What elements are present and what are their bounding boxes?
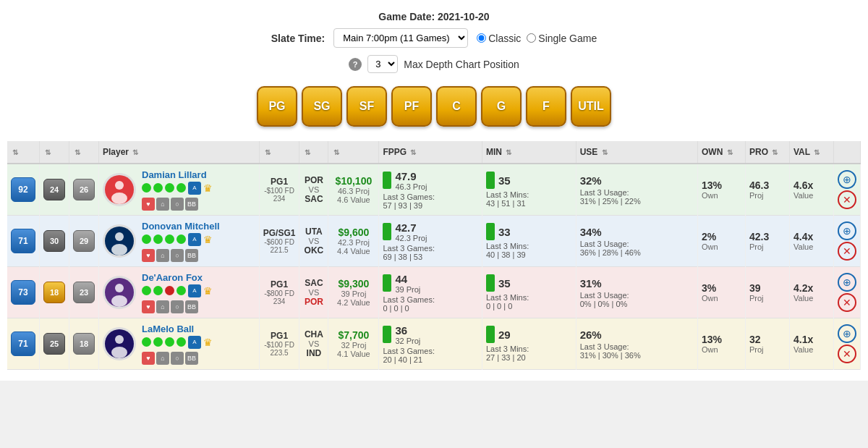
player-name[interactable]: Donovan Mitchell — [142, 221, 220, 232]
crown-icon: ♛ — [203, 285, 213, 297]
col-fppg[interactable]: FPPG ⇅ — [379, 141, 482, 164]
col-sort1[interactable]: ⇅ — [7, 141, 40, 164]
remove-player-button[interactable]: ✕ — [838, 242, 856, 261]
radio-classic-label[interactable]: Classic — [477, 33, 521, 44]
col-use[interactable]: USE ⇅ — [576, 141, 697, 164]
pro-label: Proj — [749, 345, 786, 354]
col-pro[interactable]: PRO ⇅ — [746, 141, 790, 164]
badge-score2: 18 — [40, 267, 69, 318]
heart-icon[interactable]: ♥ — [142, 249, 155, 262]
min-last3: Last 3 Mins: 0 | 0 | 0 — [486, 293, 572, 310]
player-name[interactable]: Damian Lillard — [142, 169, 213, 180]
salary-proj: 32 Proj — [332, 341, 375, 350]
bb-icon[interactable]: BB — [185, 198, 198, 211]
use-pct: 32% — [580, 174, 694, 187]
col-team[interactable]: ⇅ — [299, 141, 328, 164]
col-sort2[interactable]: ⇅ — [40, 141, 69, 164]
use-cell: 26% Last 3 Usage: 31% | 30% | 36% — [576, 318, 697, 370]
salary-amount: $10,100 — [332, 175, 375, 187]
add-player-button[interactable]: ⊕ — [838, 273, 856, 292]
pos-btn-pf[interactable]: PF — [391, 86, 432, 127]
svg-point-8 — [111, 295, 127, 307]
min-last3: Last 3 Mins: 40 | 38 | 39 — [486, 242, 572, 259]
depth-select[interactable]: 3 1 2 4 5 — [367, 55, 398, 73]
val-num: 4.4x — [793, 231, 830, 242]
pos-btn-sf[interactable]: SF — [346, 86, 387, 127]
use-cell: 34% Last 3 Usage: 36% | 28% | 46% — [576, 216, 697, 267]
add-player-button[interactable]: ⊕ — [838, 170, 856, 189]
min-main: 33 — [498, 226, 511, 238]
bb-icon[interactable]: BB — [185, 352, 198, 365]
team-cell: UTA VS OKC — [299, 216, 328, 267]
home-icon[interactable]: ⌂ — [156, 249, 169, 262]
heart-icon[interactable]: ♥ — [142, 352, 155, 365]
pos-btn-sg[interactable]: SG — [302, 86, 342, 127]
badge-score2: 30 — [40, 216, 69, 267]
pos-btn-g[interactable]: G — [481, 86, 522, 127]
icon-amazon[interactable]: A — [188, 233, 201, 246]
radio-single[interactable] — [527, 33, 536, 43]
salary-proj: 42.3 Proj — [332, 238, 375, 247]
badge-score2: 24 — [40, 164, 69, 216]
add-player-button[interactable]: ⊕ — [838, 221, 856, 240]
icons-row: A ♛ — [142, 336, 213, 349]
col-min[interactable]: MIN ⇅ — [482, 141, 576, 164]
own-pct: 3% — [702, 282, 741, 294]
player-name[interactable]: De'Aaron Fox — [142, 272, 213, 283]
circle-icon[interactable]: ○ — [171, 352, 184, 365]
player-cell: LaMelo Ball A ♛ ♥ ⌂ ○ BB — [99, 318, 260, 370]
home-icon[interactable]: ⌂ — [156, 352, 169, 365]
fppg-last3-label: Last 3 Games: — [383, 244, 435, 253]
exposure: 223.5 — [263, 349, 296, 357]
icon-amazon[interactable]: A — [188, 336, 201, 349]
circle-icon[interactable]: ○ — [171, 300, 184, 313]
circle-icon[interactable]: ○ — [171, 249, 184, 262]
slate-select[interactable]: Main 7:00pm (11 Games) — [333, 28, 468, 48]
min-bar — [486, 326, 495, 343]
remove-player-button[interactable]: ✕ — [838, 293, 856, 312]
radio-classic[interactable] — [477, 33, 486, 43]
bb-icon[interactable]: BB — [185, 249, 198, 262]
position-tag: PG1 — [263, 177, 296, 187]
min-bar-row: 29 — [486, 326, 572, 343]
pos-btn-f[interactable]: F — [526, 86, 566, 127]
fd-diff: -$800 FD — [263, 289, 296, 297]
icon-amazon[interactable]: A — [188, 182, 201, 195]
col-pos[interactable]: ⇅ — [259, 141, 299, 164]
badge-dd: 71 — [7, 318, 40, 370]
col-sort3[interactable]: ⇅ — [69, 141, 99, 164]
pos-btn-pg[interactable]: PG — [257, 86, 297, 127]
radio-single-label[interactable]: Single Game — [527, 33, 597, 44]
action-icons-row: ♥ ⌂ ○ BB — [142, 352, 213, 365]
pos-btn-c[interactable]: C — [436, 86, 477, 127]
action-cell: ⊕ ✕ — [834, 164, 861, 216]
val-num: 4.6x — [793, 179, 830, 191]
player-name[interactable]: LaMelo Ball — [142, 324, 213, 334]
min-last3-values: 27 | 33 | 20 — [486, 353, 526, 362]
pro-label: Proj — [749, 242, 786, 251]
col-own[interactable]: OWN ⇅ — [698, 141, 746, 164]
bb-icon[interactable]: BB — [185, 300, 198, 313]
icon-amazon[interactable]: A — [188, 284, 201, 297]
val-cell: 4.4x Value — [790, 216, 834, 267]
col-actions — [834, 141, 861, 164]
min-last3-label: Last 3 Mins: — [486, 345, 529, 353]
position-cell: PG1 -$100 FD 234 — [259, 164, 299, 216]
use-last3-values: 36% | 28% | 46% — [580, 248, 641, 257]
home-icon[interactable]: ⌂ — [156, 198, 169, 211]
heart-icon[interactable]: ♥ — [142, 198, 155, 211]
pos-btn-util[interactable]: UTIL — [571, 86, 611, 127]
col-val[interactable]: VAL ⇅ — [790, 141, 834, 164]
min-main: 29 — [498, 329, 511, 341]
circle-icon[interactable]: ○ — [171, 198, 184, 211]
help-icon[interactable]: ? — [349, 58, 362, 71]
use-last3-values: 31% | 25% | 22% — [580, 197, 641, 206]
home-icon[interactable]: ⌂ — [156, 300, 169, 313]
add-player-button[interactable]: ⊕ — [838, 324, 856, 343]
remove-player-button[interactable]: ✕ — [838, 190, 856, 209]
pro-label: Proj — [749, 191, 786, 200]
remove-player-button[interactable]: ✕ — [838, 345, 856, 363]
fppg-bar — [383, 274, 391, 292]
col-salary[interactable]: ⇅ — [328, 141, 379, 164]
heart-icon[interactable]: ♥ — [142, 300, 155, 313]
